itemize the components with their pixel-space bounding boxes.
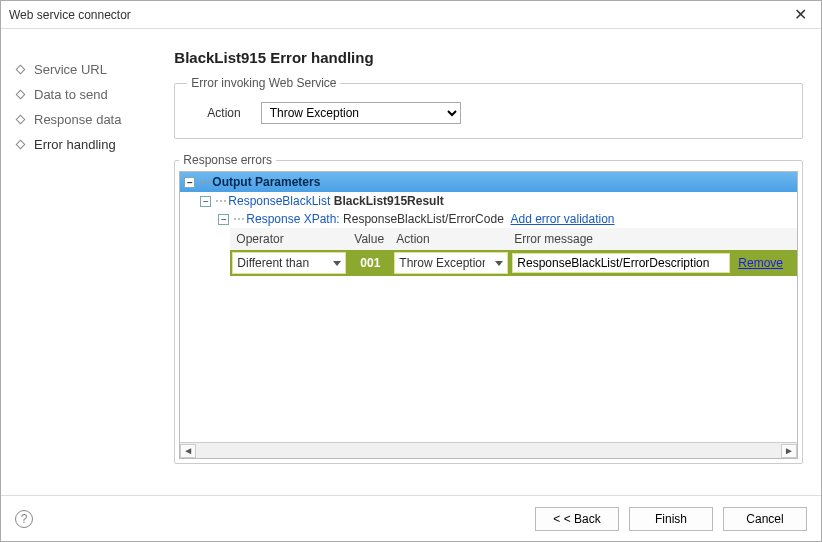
collapse-icon[interactable]: − [218, 214, 229, 225]
col-value: Value [348, 230, 390, 248]
node-link[interactable]: ResponseBlackList [228, 194, 330, 208]
tree-node-xpath[interactable]: − ⋯ Response XPath: ResponseBlackList/Er… [180, 210, 797, 228]
finish-button[interactable]: Finish [629, 507, 713, 531]
col-action: Action [390, 230, 508, 248]
diamond-icon [16, 140, 26, 150]
footer: ? < < Back Finish Cancel [1, 495, 821, 541]
scroll-left-icon[interactable]: ◄ [180, 444, 196, 458]
scroll-right-icon[interactable]: ► [781, 444, 797, 458]
nav-item-error-handling[interactable]: Error handling [11, 132, 166, 157]
row-action-select[interactable]: Throw Exception [394, 252, 508, 274]
col-operator: Operator [230, 230, 348, 248]
nav-item-response-data[interactable]: Response data [11, 107, 166, 132]
grid-header: Operator Value Action Error message [230, 228, 797, 250]
xpath-value: ResponseBlackList/ErrorCode [343, 212, 504, 226]
horizontal-scrollbar[interactable]: ◄ ► [180, 442, 797, 458]
col-error-message: Error message [508, 230, 726, 248]
chevron-down-icon [495, 261, 503, 266]
diamond-icon [16, 65, 26, 75]
action-label: Action [207, 106, 240, 120]
invoke-legend: Error invoking Web Service [187, 76, 340, 90]
wizard-nav: Service URL Data to send Response data E… [1, 29, 174, 494]
xpath-label: Response XPath: [246, 212, 339, 226]
nav-label: Service URL [34, 62, 107, 77]
error-message-input[interactable] [512, 253, 730, 273]
diamond-icon [16, 115, 26, 125]
response-errors-group: Response errors − ⋯ Output Parameters − … [174, 153, 803, 464]
tree-area: − ⋯ Output Parameters − ⋯ ResponseBlackL… [179, 171, 798, 459]
help-icon[interactable]: ? [15, 510, 33, 528]
tree-root[interactable]: − ⋯ Output Parameters [180, 172, 797, 192]
response-errors-legend: Response errors [179, 153, 276, 167]
titlebar: Web service connector ✕ [1, 1, 821, 29]
tree-node-response-blacklist[interactable]: − ⋯ ResponseBlackList BlackList915Result [180, 192, 797, 210]
action-select[interactable]: Throw Exception [261, 102, 461, 124]
nav-label: Response data [34, 112, 121, 127]
add-error-validation-link[interactable]: Add error validation [510, 212, 614, 226]
nav-item-data-to-send[interactable]: Data to send [11, 82, 166, 107]
main-area: Service URL Data to send Response data E… [1, 29, 821, 494]
content-panel: BlackList915 Error handling Error invoki… [174, 29, 821, 494]
value-cell[interactable]: 001 [350, 252, 390, 274]
collapse-icon[interactable]: − [200, 196, 211, 207]
close-icon[interactable]: ✕ [788, 5, 813, 24]
remove-link[interactable]: Remove [730, 252, 791, 274]
cancel-button[interactable]: Cancel [723, 507, 807, 531]
collapse-icon[interactable]: − [184, 177, 195, 188]
nav-label: Error handling [34, 137, 116, 152]
invoke-error-group: Error invoking Web Service Action Throw … [174, 76, 803, 139]
diamond-icon [16, 90, 26, 100]
nav-label: Data to send [34, 87, 108, 102]
back-button[interactable]: < < Back [535, 507, 619, 531]
root-label: Output Parameters [212, 175, 320, 189]
operator-select[interactable]: Different than [232, 252, 346, 274]
page-title: BlackList915 Error handling [174, 49, 803, 66]
node-bold: BlackList915Result [334, 194, 444, 208]
chevron-down-icon [333, 261, 341, 266]
window-title: Web service connector [9, 8, 131, 22]
validation-row: Different than 001 Throw Exception Remov… [230, 250, 797, 276]
nav-item-service-url[interactable]: Service URL [11, 57, 166, 82]
